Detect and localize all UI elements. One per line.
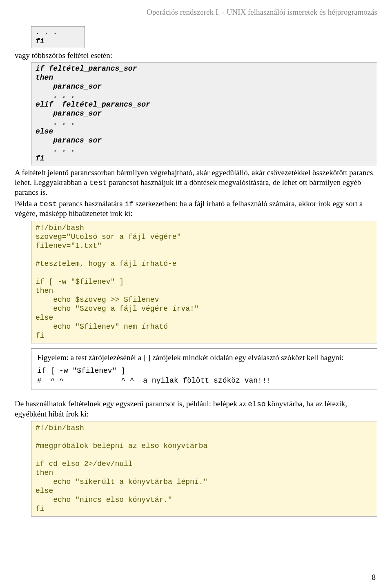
inline-code-if: if — [125, 200, 134, 208]
paragraph-test-explanation: A feltételt jelentő parancssorban bármil… — [15, 168, 377, 197]
inline-code-test: test — [89, 179, 107, 187]
note-code: if [ -w "$filenev" ] # ^ ^ ^ ^ a nyilak … — [37, 366, 371, 385]
inline-code-elso: elso — [248, 400, 265, 408]
note-text: Figyelem: a test zárójelezésénél a [ ] z… — [37, 353, 343, 362]
code-block-bash-example-1: #!/bin/bash szoveg="Utolsó sor a fájl vé… — [31, 221, 377, 343]
code-block-bash-example-2: #!/bin/bash #megpróbálok belépni az elso… — [31, 421, 377, 517]
code-block-if-elif: if feltétel_parancs_sor then parancs_sor… — [31, 62, 377, 165]
paragraph-example-intro: Példa a test parancs használatára if sze… — [15, 199, 377, 218]
page-container: Operációs rendszerek I. - UNIX felhaszná… — [0, 0, 392, 588]
inline-code-test: test — [39, 200, 57, 208]
paragraph-cd-example: De használhatok feltételnek egy egyszerű… — [15, 399, 377, 419]
paragraph-intro: vagy többszörös feltétel esetén: — [15, 51, 377, 60]
note-box-bracket-spacing: Figyelem: a test zárójelezésénél a [ ] z… — [31, 348, 377, 390]
code-block-fragment: . . . fi — [31, 26, 85, 48]
text-span: parancs használatára — [57, 199, 125, 208]
page-number: 8 — [372, 572, 376, 582]
page-header: Operációs rendszerek I. - UNIX felhaszná… — [15, 7, 377, 17]
text-span: De használhatok feltételnek egy egyszerű… — [15, 399, 248, 408]
text-span: Példa a — [15, 199, 39, 208]
